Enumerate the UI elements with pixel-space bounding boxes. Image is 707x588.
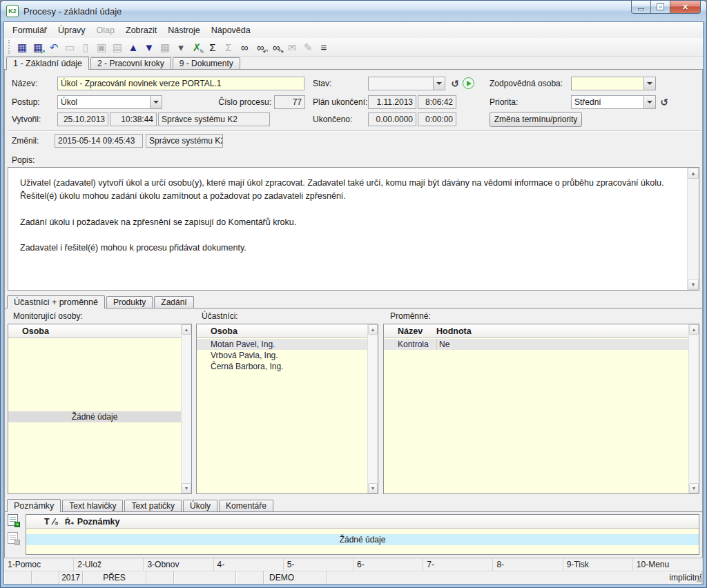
scroll-up-icon[interactable]: ▲ [689, 324, 699, 335]
open-folder-icon[interactable]: ▭ [62, 40, 77, 55]
picture-icon[interactable]: ▦ [157, 40, 173, 55]
menu-item[interactable]: Nástroje [162, 23, 206, 37]
zmena-terminu-button[interactable]: Změna termínu/priority [490, 112, 582, 127]
change-record-icon[interactable]: ✗ ✎ [189, 40, 204, 55]
menu-item[interactable]: Nápověda [206, 23, 256, 37]
previous-record-icon[interactable]: ▲ [126, 40, 141, 55]
participant-row[interactable]: Vrbová Pavla, Ing. [197, 350, 367, 361]
new-document-icon[interactable]: ▯ [78, 40, 93, 55]
browse-book-icon[interactable]: ▤ [110, 40, 125, 55]
hodnota-column-header[interactable]: Hodnota [436, 326, 472, 336]
variables-list[interactable]: Název Hodnota Kontrola Ne ▲ ▼ [383, 324, 699, 494]
variable-row[interactable]: Kontrola Ne [384, 339, 688, 350]
notes-column-header[interactable]: Ř₄ [62, 518, 77, 526]
main-tab[interactable]: 9 - Dokumenty [173, 57, 240, 69]
priorita-dropdown[interactable]: Střední [571, 95, 656, 109]
menu-item[interactable]: Úpravy [52, 23, 91, 37]
restore-button[interactable] [651, 1, 670, 14]
close-button[interactable]: × [670, 1, 701, 14]
scroll-down-icon[interactable]: ▼ [689, 483, 699, 493]
monitoring-list-header[interactable]: Osoba [8, 324, 181, 338]
sum-icon[interactable]: Σ [205, 40, 220, 55]
popis-textarea[interactable]: Uživatel (zadavatel) vytvoří úkol a určí… [8, 167, 699, 291]
menu-item[interactable]: Formulář [7, 23, 52, 37]
bottom-tab[interactable]: Poznámky [7, 499, 61, 512]
variables-list-header[interactable]: Název Hodnota [384, 324, 688, 338]
popis-scrollbar[interactable]: ▲ ▼ [687, 168, 699, 290]
nazev-input[interactable]: Úkol - Zpracování novinek verze PORTAL.1 [57, 77, 304, 90]
main-tab[interactable]: 2 - Pracovní kroky [90, 57, 171, 69]
function-key[interactable]: 4- [214, 558, 284, 571]
function-key[interactable]: 2-Ulož [74, 558, 144, 571]
notes-table[interactable]: T⁄₃Ř₄Poznámky Žádné údaje [26, 514, 699, 555]
participants-list[interactable]: Osoba Motan Pavel, Ing. Vrbová Pavla, In… [196, 324, 378, 494]
toolbar-grip[interactable] [8, 40, 12, 55]
notes-column-header[interactable]: T [44, 517, 50, 527]
plan-ukonceni-time-field[interactable]: 8:06:42 [418, 95, 456, 109]
search-next-icon[interactable]: ∞ ↷ [269, 40, 284, 55]
bottom-tab[interactable]: Komentáře [219, 500, 273, 511]
notes-column-header[interactable]: Poznámky [77, 517, 94, 527]
copy-icon[interactable]: ▣ [94, 40, 109, 55]
mail-icon[interactable]: ✉ [284, 40, 300, 55]
stav-history-icon[interactable]: ↺ [449, 77, 461, 90]
start-process-button[interactable] [463, 77, 474, 89]
search-previous-icon[interactable]: ∞ ↶ [253, 40, 268, 55]
scroll-down-icon[interactable]: ▼ [182, 483, 191, 493]
add-note-icon[interactable]: + [8, 514, 18, 526]
participants-list-header[interactable]: Osoba [197, 324, 367, 338]
bottom-tab[interactable]: Text hlavičky [62, 500, 123, 511]
scroll-up-icon[interactable]: ▲ [182, 324, 191, 335]
stav-dropdown[interactable] [368, 77, 445, 90]
save-record-icon[interactable]: ▦ ↗ [30, 40, 46, 55]
picture-dropdown-caret-icon[interactable]: ▾ [173, 40, 188, 55]
sum-filter-icon[interactable]: Σ [221, 40, 236, 55]
scroll-down-icon[interactable]: ▼ [688, 279, 699, 290]
priorita-dropdown-button[interactable] [643, 96, 655, 108]
bottom-tab[interactable]: Úkoly [183, 500, 217, 511]
plan-ukonceni-date-field[interactable]: 1.11.2013 [368, 95, 416, 109]
stav-dropdown-button[interactable] [433, 77, 445, 90]
menu-item[interactable]: Zobrazit [120, 23, 162, 37]
middle-tab[interactable]: Produkty [106, 296, 153, 308]
function-key[interactable]: 9-Tisk [563, 558, 633, 571]
notes-column-header[interactable]: ⁄₃ [50, 517, 62, 527]
copy-note-icon[interactable] [8, 532, 18, 544]
scroll-up-icon[interactable]: ▲ [368, 324, 378, 335]
middle-tab[interactable]: Zadání [154, 296, 193, 308]
function-key[interactable]: 5- [284, 558, 354, 571]
bottom-tab[interactable]: Text patičky [124, 500, 182, 511]
function-key[interactable]: 1-Pomoc [4, 558, 74, 571]
participant-row[interactable]: Motan Pavel, Ing. [197, 339, 367, 350]
monitoring-list[interactable]: Osoba Žádné údaje ▲ ▼ [8, 324, 192, 494]
osoba-column-header[interactable]: Osoba [211, 326, 238, 336]
undo-icon[interactable]: ↶ [46, 40, 61, 55]
scroll-down-icon[interactable]: ▼ [368, 483, 378, 493]
nazev-column-header[interactable]: Název [398, 326, 436, 336]
save-icon[interactable]: ▦ [14, 40, 30, 55]
scroll-up-icon[interactable]: ▲ [688, 168, 699, 179]
edit-text-icon[interactable]: ✎ [300, 40, 316, 55]
next-record-icon[interactable]: ▼ [142, 40, 157, 55]
middle-tab[interactable]: Účastníci + proměnné [7, 295, 105, 308]
function-key[interactable]: 8- [493, 558, 563, 571]
function-key[interactable]: 3-Obnov [144, 558, 213, 571]
function-key[interactable]: 10-Menu [633, 558, 703, 571]
resize-grip-icon[interactable]: ◢ [696, 575, 701, 582]
menu-list-icon[interactable]: ≡ [316, 40, 331, 55]
osoba-column-header[interactable]: Osoba [22, 326, 49, 336]
main-tab[interactable]: 1 - Základní údaje [6, 57, 89, 70]
participants-scrollbar[interactable]: ▲ ▼ [367, 324, 378, 493]
minimize-button[interactable] [631, 1, 651, 14]
monitoring-scrollbar[interactable]: ▲ ▼ [181, 324, 191, 493]
menu-item[interactable]: Olap [91, 23, 120, 37]
search-icon[interactable]: ∞ [237, 40, 252, 55]
zodpovedna-osoba-dropdown-button[interactable] [643, 77, 655, 90]
zodpovedna-osoba-dropdown[interactable] [571, 77, 656, 90]
priorita-history-icon[interactable]: ↺ [659, 96, 670, 108]
postup-dropdown[interactable]: Úkol [57, 95, 162, 109]
function-key[interactable]: 6- [354, 558, 423, 571]
participant-row[interactable]: Černá Barbora, Ing. [197, 361, 367, 372]
variables-scrollbar[interactable]: ▲ ▼ [688, 324, 699, 493]
function-key[interactable]: 7- [423, 558, 493, 571]
